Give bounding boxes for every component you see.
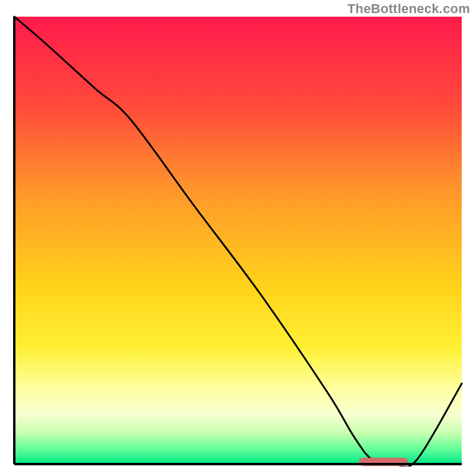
chart-plot [12, 14, 464, 466]
chart-container: TheBottleneck.com [0, 0, 476, 476]
chart-svg [12, 14, 464, 466]
gradient-background [14, 17, 462, 464]
